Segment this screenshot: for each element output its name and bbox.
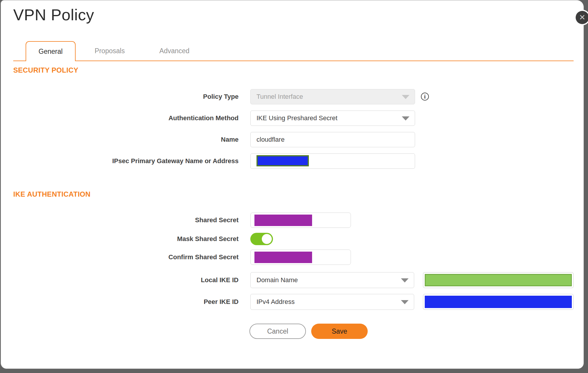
peer-ike-id-select[interactable]: IPv4 Address [250,294,414,310]
peer-ike-id-value-input[interactable] [423,294,574,310]
chevron-down-icon [401,278,409,282]
dialog-actions: Cancel Save [1,324,584,339]
name-row: Name cloudflare [1,132,584,147]
tab-general-label: General [39,48,63,56]
gateway-row: IPsec Primary Gateway Name or Address [1,153,584,169]
tab-proposals[interactable]: Proposals [88,41,132,61]
mask-shared-secret-toggle[interactable] [250,233,273,245]
policy-type-select: Tunnel Interface [250,89,415,104]
shared-secret-row: Shared Secret [1,213,584,228]
peer-ike-id-type-value: IPv4 Address [251,298,295,306]
peer-ike-id-label: Peer IKE ID [1,294,239,310]
confirm-shared-secret-input[interactable] [250,250,351,265]
tab-proposals-label: Proposals [95,47,125,55]
save-button[interactable]: Save [311,324,368,339]
policy-type-label: Policy Type [1,89,239,104]
name-input[interactable]: cloudflare [250,132,415,147]
redacted-value-overlay [254,252,312,263]
cancel-button[interactable]: Cancel [249,324,306,339]
chevron-down-icon [401,300,409,304]
mask-shared-secret-row: Mask Shared Secret [1,233,584,245]
tab-advanced-label: Advanced [159,47,189,55]
name-value: cloudflare [251,136,284,143]
mask-shared-secret-label: Mask Shared Secret [1,233,239,245]
auth-method-select[interactable]: IKE Using Preshared Secret [250,111,415,126]
close-icon[interactable]: ✕ [576,11,588,24]
local-ike-id-label: Local IKE ID [1,272,239,288]
shared-secret-input[interactable] [250,213,351,228]
local-ike-id-row: Local IKE ID Domain Name [1,272,584,288]
info-icon[interactable]: i [421,93,429,101]
shared-secret-label: Shared Secret [1,213,239,228]
auth-method-row: Authentication Method IKE Using Preshare… [1,111,584,126]
redacted-value-overlay [425,296,572,308]
ike-authentication-heading: IKE AUTHENTICATION [13,190,91,198]
policy-type-value: Tunnel Interface [251,93,303,101]
chevron-down-icon [402,95,409,99]
auth-method-label: Authentication Method [1,111,239,126]
redacted-value-overlay [254,215,312,226]
name-label: Name [1,132,239,147]
gateway-input[interactable] [250,153,415,169]
cancel-button-label: Cancel [267,327,288,335]
chevron-down-icon [402,116,409,121]
policy-type-row: Policy Type Tunnel Interface i [1,89,584,104]
confirm-shared-secret-row: Confirm Shared Secret [1,250,584,265]
redacted-value-overlay [256,155,309,166]
local-ike-id-value-input[interactable] [423,272,574,288]
auth-method-value: IKE Using Preshared Secret [251,114,337,122]
confirm-shared-secret-label: Confirm Shared Secret [1,250,239,265]
local-ike-id-type-value: Domain Name [251,276,298,284]
tab-advanced[interactable]: Advanced [152,41,196,61]
redacted-value-overlay [425,274,572,286]
local-ike-id-select[interactable]: Domain Name [250,272,414,288]
page-title: VPN Policy [13,6,94,24]
security-policy-heading: SECURITY POLICY [13,66,78,74]
toggle-knob [262,234,272,244]
save-button-label: Save [332,327,347,335]
gateway-label: IPsec Primary Gateway Name or Address [1,153,239,169]
vpn-policy-dialog: VPN Policy General Proposals Advanced SE… [1,0,584,369]
tab-bar-underline [13,61,574,61]
tab-general[interactable]: General [26,41,76,61]
peer-ike-id-row: Peer IKE ID IPv4 Address [1,294,584,310]
